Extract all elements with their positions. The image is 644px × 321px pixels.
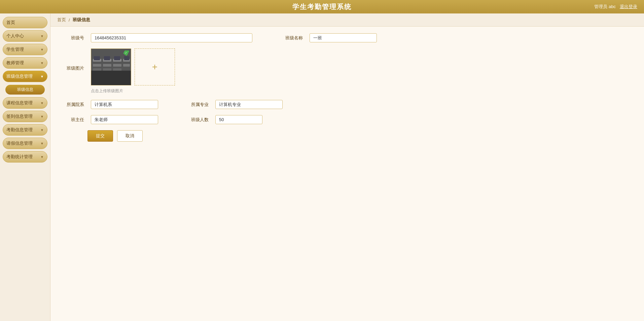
svg-rect-10	[93, 68, 101, 71]
sidebar-item-personal[interactable]: 个人中心 ▼	[3, 30, 47, 42]
sidebar-label-stats: 考勤统计管理	[6, 154, 33, 160]
breadcrumb-home[interactable]: 首页	[57, 17, 66, 23]
class-name-label: 班级名称	[279, 35, 303, 41]
sidebar: 首页 个人中心 ▼ 学生管理 ▼ 教师管理 ▼ 班级信息管理 ▼ 班级信息 课程…	[0, 13, 50, 321]
chevron-icon-attendance: ▼	[40, 128, 44, 132]
chevron-icon-stats: ▼	[40, 155, 44, 159]
svg-rect-13	[94, 56, 100, 60]
sidebar-item-leave[interactable]: 请假信息管理 ▼	[3, 138, 47, 149]
sidebar-item-home[interactable]: 首页	[3, 17, 47, 28]
main-layout: 首页 个人中心 ▼ 学生管理 ▼ 教师管理 ▼ 班级信息管理 ▼ 班级信息 课程…	[0, 13, 644, 321]
form-row-teacher: 班主任 班级人数	[61, 115, 634, 124]
svg-rect-14	[104, 56, 110, 60]
breadcrumb: 首页 / 班级信息	[50, 13, 644, 27]
svg-rect-16	[124, 56, 129, 60]
sidebar-label-student: 学生管理	[6, 46, 24, 52]
class-id-label: 班级号	[61, 35, 84, 41]
major-input[interactable]	[215, 100, 283, 109]
sidebar-item-attendance[interactable]: 考勤信息管理 ▼	[3, 124, 47, 136]
svg-rect-12	[113, 68, 121, 71]
sidebar-label-attendance: 考勤信息管理	[6, 127, 33, 133]
sidebar-label-teacher: 教师管理	[6, 60, 24, 66]
class-id-input[interactable]	[91, 33, 252, 42]
sidebar-label-course: 课程信息管理	[6, 100, 33, 106]
chevron-icon-student: ▼	[40, 48, 44, 51]
sidebar-label-home: 首页	[6, 20, 15, 26]
class-image-label: 班级图片	[61, 48, 84, 71]
chevron-icon-class-info: ▼	[40, 75, 44, 78]
svg-rect-6	[93, 64, 101, 67]
breadcrumb-current: 班级信息	[73, 17, 90, 23]
header-right: 管理员 abc 退出登录	[594, 4, 637, 10]
breadcrumb-separator: /	[69, 17, 70, 23]
image-upload-container: ✓ + 点击上传班级图片	[91, 48, 175, 94]
image-hint: 点击上传班级图片	[91, 88, 175, 94]
department-label: 所属院系	[61, 102, 84, 108]
svg-rect-0	[91, 49, 131, 85]
sidebar-label-checkin: 签到信息管理	[6, 113, 33, 119]
cancel-button[interactable]: 取消	[117, 130, 143, 142]
form-row-department: 所属院系 所属专业	[61, 100, 634, 109]
count-spinner	[215, 115, 262, 124]
main-content: 首页 / 班级信息 班级号 班级名称 班级图片	[50, 13, 644, 321]
admin-label: 管理员 abc	[594, 4, 616, 10]
svg-rect-7	[103, 64, 111, 67]
sidebar-label-class-info-sub: 班级信息	[17, 87, 33, 92]
sidebar-item-stats[interactable]: 考勤统计管理 ▼	[3, 151, 47, 163]
chevron-icon-personal: ▼	[40, 34, 44, 38]
form-row-buttons: 提交 取消	[87, 130, 634, 142]
major-label: 所属专业	[185, 102, 209, 108]
app-title: 学生考勤管理系统	[292, 2, 352, 11]
chevron-icon-checkin: ▼	[40, 115, 44, 118]
header: 学生考勤管理系统 管理员 abc 退出登录	[0, 0, 644, 13]
logout-button[interactable]: 退出登录	[620, 4, 637, 10]
svg-rect-8	[113, 64, 121, 67]
svg-rect-1	[91, 71, 131, 85]
classroom-image: ✓	[91, 49, 131, 85]
image-section: 班级图片	[61, 48, 634, 94]
sidebar-item-teacher[interactable]: 教师管理 ▼	[3, 57, 47, 69]
sidebar-item-student[interactable]: 学生管理 ▼	[3, 44, 47, 55]
chevron-icon-course: ▼	[40, 101, 44, 105]
teacher-input[interactable]	[91, 115, 158, 124]
sidebar-item-checkin[interactable]: 签到信息管理 ▼	[3, 111, 47, 122]
image-upload-row: ✓ +	[91, 48, 175, 85]
count-label: 班级人数	[185, 117, 209, 123]
svg-rect-15	[114, 56, 120, 60]
image-preview: ✓	[91, 48, 131, 85]
department-input[interactable]	[91, 100, 158, 109]
image-add-button[interactable]: +	[135, 48, 175, 85]
svg-rect-11	[103, 68, 111, 71]
chevron-icon-teacher: ▼	[40, 61, 44, 65]
count-input[interactable]	[215, 115, 262, 124]
form-row-class-id: 班级号 班级名称	[61, 33, 634, 42]
add-icon: +	[152, 62, 157, 72]
sidebar-label-class-info: 班级信息管理	[6, 73, 33, 79]
chevron-icon-leave: ▼	[40, 142, 44, 145]
submit-button[interactable]: 提交	[87, 130, 113, 142]
class-name-input[interactable]	[310, 33, 377, 42]
sidebar-item-class-info[interactable]: 班级信息管理 ▼	[3, 71, 47, 82]
form-area: 班级号 班级名称 班级图片	[50, 27, 644, 154]
svg-text:✓: ✓	[125, 51, 127, 55]
sidebar-label-leave: 请假信息管理	[6, 140, 33, 146]
svg-rect-9	[123, 64, 130, 67]
sidebar-label-personal: 个人中心	[6, 33, 24, 39]
sidebar-item-course[interactable]: 课程信息管理 ▼	[3, 97, 47, 109]
sidebar-item-class-info-sub[interactable]: 班级信息	[5, 85, 45, 95]
teacher-label: 班主任	[61, 117, 84, 123]
